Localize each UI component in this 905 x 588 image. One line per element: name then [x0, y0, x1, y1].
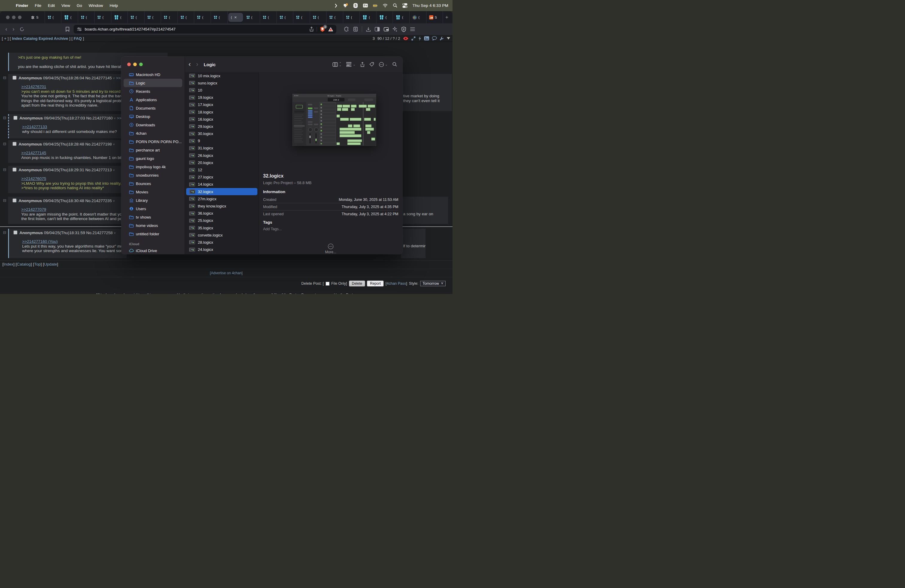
display-notification-icon[interactable]: [343, 3, 348, 8]
tab[interactable]: (: [211, 11, 228, 23]
sidebar-item-desktop[interactable]: Desktop: [124, 112, 182, 121]
sidebar-item-home-videos[interactable]: home videos: [124, 221, 182, 230]
sidebar-item-untitled-folder[interactable]: untitled folder: [124, 230, 182, 238]
nav-expired-link[interactable]: Expired: [39, 36, 53, 41]
keyboard-menu-icon[interactable]: ⌘: [363, 3, 368, 8]
bottom-update-link[interactable]: Update: [44, 262, 57, 267]
post-number[interactable]: No.214277160: [86, 116, 113, 120]
file-row[interactable]: 10 mix.logicx: [186, 72, 257, 79]
report-button[interactable]: Report: [367, 281, 384, 286]
file-only-checkbox[interactable]: [325, 282, 330, 286]
post-checkbox[interactable]: [13, 168, 16, 172]
sidebar-item-gaunt-logo[interactable]: gaunt logo: [124, 154, 182, 162]
settings-wrench-icon[interactable]: [440, 36, 444, 41]
collapse-post-icon[interactable]: ⊟: [3, 198, 6, 203]
battery-icon[interactable]: [373, 3, 378, 8]
nav-index-link[interactable]: Index: [12, 36, 22, 41]
sidebar-item-4chan[interactable]: 4chan: [124, 129, 182, 137]
tab[interactable]: (: [61, 11, 78, 23]
tab[interactable]: (: [410, 11, 427, 23]
new-tab-button[interactable]: +: [443, 14, 452, 21]
close-tab-icon[interactable]: ✕: [234, 16, 237, 19]
post-menu-caret-icon[interactable]: ˅: [113, 76, 114, 80]
post-menu-caret-icon[interactable]: ˅: [114, 231, 116, 235]
site-settings-icon[interactable]: [77, 27, 82, 31]
file-row[interactable]: 36.logicx: [186, 210, 257, 217]
logic-project-thumbnail[interactable]: 32.logicx - Tracks 154 2: [292, 94, 376, 146]
menu-hamburger-icon[interactable]: [410, 27, 415, 31]
quote-link[interactable]: >>214277160 (You): [22, 239, 58, 244]
post-number[interactable]: No.214277198: [85, 142, 112, 146]
collapse-post-icon[interactable]: ⊟: [3, 141, 6, 146]
file-row[interactable]: corvette.logicx: [186, 231, 257, 238]
wifi-icon[interactable]: [383, 3, 387, 8]
sidebar-item-users[interactable]: Users: [124, 205, 182, 213]
file-row[interactable]: 24.logicx: [186, 246, 257, 253]
tab[interactable]: (: [161, 11, 178, 23]
tab[interactable]: S: [427, 11, 443, 23]
close-window-button[interactable]: [6, 16, 10, 19]
file-row[interactable]: 17.logicx: [186, 101, 257, 108]
sidebar-item-perchance-art[interactable]: perchance art: [124, 146, 182, 154]
brave-shield-icon[interactable]: 2: [320, 26, 325, 32]
tab[interactable]: (: [144, 11, 161, 23]
post-checkbox[interactable]: [13, 76, 16, 79]
sidebar-toggle-icon[interactable]: [375, 27, 380, 32]
sidebar-item-icloud-drive[interactable]: iCloud Drive: [124, 246, 182, 254]
vpn-shield-icon[interactable]: [401, 27, 406, 32]
tab[interactable]: (: [45, 11, 62, 23]
file-row[interactable]: 28.logicx: [186, 238, 257, 246]
downloads-icon[interactable]: [366, 27, 371, 32]
file-row[interactable]: 16.logicx: [186, 116, 257, 123]
collapse-post-icon[interactable]: ⊟: [3, 116, 6, 120]
file-row[interactable]: 26.logicx: [186, 152, 257, 159]
sidebar-item-macintosh-hd[interactable]: Macintosh HD: [124, 70, 182, 79]
quote-link[interactable]: >>214277133: [22, 124, 47, 129]
nav-faq-link[interactable]: FAQ: [74, 36, 82, 41]
tab[interactable]: (: [260, 11, 277, 23]
share-icon[interactable]: [310, 27, 314, 32]
file-row[interactable]: 27m.logicx: [186, 195, 257, 202]
file-row[interactable]: 14.logicx: [186, 181, 257, 188]
sidebar-item-logic[interactable]: Logic: [124, 79, 182, 87]
sidebar-item-applications[interactable]: Applications: [124, 95, 182, 104]
file-row[interactable]: 10: [186, 86, 257, 94]
post-checkbox[interactable]: [13, 142, 16, 146]
forward-icon[interactable]: ›: [196, 60, 198, 68]
bottom-top-link[interactable]: Top: [34, 262, 41, 267]
advertise-on-4chan-link[interactable]: [Advertise on 4chan]: [210, 271, 243, 275]
lightning-icon[interactable]: [418, 36, 421, 41]
sidebar-item-recents[interactable]: Recents: [124, 87, 182, 95]
forward-icon[interactable]: ›: [13, 26, 14, 32]
tab[interactable]: (: [244, 11, 260, 23]
sidebar-item-bounces[interactable]: Bounces: [124, 180, 182, 188]
shottr-menu-icon[interactable]: S: [353, 3, 358, 8]
tab[interactable]: (: [376, 11, 393, 23]
post-checkbox[interactable]: [13, 116, 17, 120]
more-button[interactable]: More...: [259, 250, 403, 254]
minimize-window-button[interactable]: [12, 16, 16, 19]
spotlight-search-icon[interactable]: [393, 3, 397, 8]
quote-link[interactable]: >>214276701: [21, 84, 46, 89]
more-ellipsis-icon[interactable]: [259, 243, 403, 250]
tab[interactable]: (: [310, 11, 327, 23]
finder-traffic-lights[interactable]: [127, 63, 185, 66]
tab[interactable]: S: [28, 11, 45, 23]
file-row[interactable]: suno.logicx: [186, 79, 257, 86]
reload-icon[interactable]: [20, 27, 24, 32]
back-icon[interactable]: ‹: [5, 26, 7, 32]
file-row[interactable]: 31.logicx: [186, 145, 257, 152]
file-row[interactable]: 27.logicx: [186, 174, 257, 181]
bottom-index-link[interactable]: Index: [3, 262, 13, 267]
page-search-icon[interactable]: [353, 27, 358, 32]
menu-item-finder[interactable]: Finder: [13, 3, 32, 8]
post-menu-caret-icon[interactable]: ˅: [114, 116, 116, 120]
post-checkbox[interactable]: [13, 230, 17, 234]
menu-item-edit[interactable]: Edit: [44, 3, 58, 8]
tab[interactable]: (: [128, 11, 144, 23]
quote-link[interactable]: >>214277079: [21, 207, 46, 212]
control-center-icon[interactable]: [403, 3, 407, 8]
add-tags-field[interactable]: Add Tags...: [263, 227, 282, 231]
back-icon[interactable]: ‹: [189, 60, 191, 68]
tab[interactable]: (: [293, 11, 310, 23]
